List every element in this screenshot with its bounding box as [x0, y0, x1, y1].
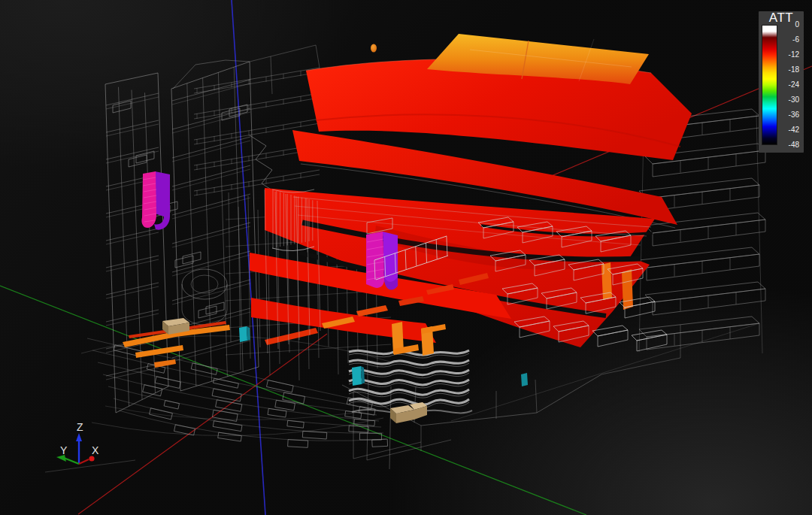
wireframe-line — [302, 431, 326, 439]
strip-red — [356, 305, 388, 317]
wireframe-line — [172, 137, 250, 158]
array-back-purple — [154, 171, 170, 230]
wireframe-line — [106, 283, 159, 295]
wireframe-line — [172, 141, 250, 162]
speaker-cyan-2 — [352, 366, 365, 386]
line-array-center — [366, 232, 398, 290]
legend-tick-36: -36 — [777, 110, 799, 120]
wireframe-line — [268, 408, 286, 417]
wireframe-line — [653, 289, 765, 315]
wireframe-line — [637, 335, 667, 351]
gizmo-z-label: Z — [77, 421, 83, 433]
wireframe-line — [213, 421, 242, 432]
wireframe-line — [287, 420, 304, 428]
wireframe-line — [216, 400, 242, 412]
legend-tick-48: -48 — [777, 140, 799, 150]
line-array-left — [141, 171, 170, 230]
wireframe-line — [451, 323, 759, 421]
wireframe-line — [182, 269, 227, 299]
render-viewport[interactable]: ATT 0 -6 -12 -18 -24 -30 -36 -42 -48 Z Y… — [0, 0, 812, 515]
wireframe-line — [106, 151, 159, 163]
strip-orange-box-front — [601, 262, 612, 300]
wireframe-line — [172, 283, 250, 304]
legend-tick-12: -12 — [777, 50, 799, 60]
legend-tick-18: -18 — [777, 65, 799, 75]
wireframe-line — [182, 284, 227, 325]
legend-tick-6: -6 — [777, 35, 799, 45]
wireframe-line — [172, 169, 250, 190]
attenuation-legend: ATT 0 -6 -12 -18 -24 -30 -36 -42 -48 — [759, 11, 804, 153]
wireframe-line — [172, 251, 250, 272]
wireframe-line — [645, 282, 765, 302]
gizmo-x-axis — [79, 459, 89, 464]
wireframe-line — [349, 389, 469, 395]
wireframe-line — [143, 385, 162, 396]
wireframe-line — [372, 439, 388, 447]
speaker-cyan-3 — [521, 373, 528, 386]
wireframe-line — [647, 323, 759, 350]
wireframe-line — [653, 220, 765, 246]
wireframe-line — [106, 147, 159, 159]
strip-red — [265, 328, 318, 345]
wireframe-line — [105, 406, 361, 420]
wireframe-line — [238, 207, 241, 370]
wireframe-line — [106, 93, 159, 105]
speaker-cyan-1 — [239, 326, 250, 342]
wireframe-line — [598, 330, 628, 347]
wireframe-line — [106, 314, 159, 326]
wireframe-line — [106, 232, 159, 244]
wireframe-line — [81, 336, 392, 362]
strip-orange — [135, 345, 183, 358]
wireframe-line — [191, 275, 218, 293]
gizmo-z-arrow — [76, 433, 82, 441]
gizmo-x-arrow — [89, 456, 94, 461]
suspended-source-dot — [371, 44, 377, 53]
wireframe-line — [172, 337, 250, 358]
wireframe-line — [639, 317, 759, 337]
wireframe-line — [119, 87, 129, 407]
wireframe-line — [108, 386, 381, 427]
legend-tick-24: -24 — [777, 80, 799, 90]
wireframe-line — [639, 178, 759, 198]
wireframe-line — [106, 286, 159, 298]
wireframe-line — [106, 368, 159, 380]
wireframe-line — [267, 380, 294, 392]
axis-gizmo: Z Y X — [30, 417, 135, 507]
wireframe-line — [145, 92, 156, 393]
strip-orange-box-front — [622, 269, 633, 310]
legend-tick-30: -30 — [777, 95, 799, 105]
gizmo-x-label: X — [92, 444, 99, 456]
wireframe-line — [229, 192, 231, 342]
gizmo-y-axis — [64, 458, 79, 464]
wireframe-line — [106, 124, 159, 136]
legend-tick-42: -42 — [777, 125, 799, 135]
wireframe-line — [164, 401, 179, 409]
wireframe-line — [171, 62, 259, 391]
wireframe-line — [258, 210, 260, 347]
gizmo-y-label: Y — [60, 444, 68, 456]
wireframe-line — [106, 229, 159, 241]
strip-orange — [154, 359, 176, 368]
wireframe-line — [106, 120, 159, 132]
legend-colorbar — [762, 25, 777, 145]
wireframe-line — [106, 310, 159, 322]
array-front-magenta — [141, 171, 156, 228]
wireframe-line — [647, 254, 759, 280]
wireframe-line — [342, 374, 601, 426]
wireframe-line — [359, 433, 381, 440]
wireframe-line — [288, 440, 308, 448]
wireframe-line — [639, 247, 759, 268]
legend-tick-0: 0 — [777, 20, 799, 30]
wireframe-line — [92, 418, 383, 436]
subwoofer-center — [390, 402, 427, 423]
wireframe-line — [632, 330, 667, 341]
wireframe-line — [421, 325, 680, 451]
wireframe-line — [98, 362, 377, 415]
wireframe-line — [172, 112, 250, 133]
